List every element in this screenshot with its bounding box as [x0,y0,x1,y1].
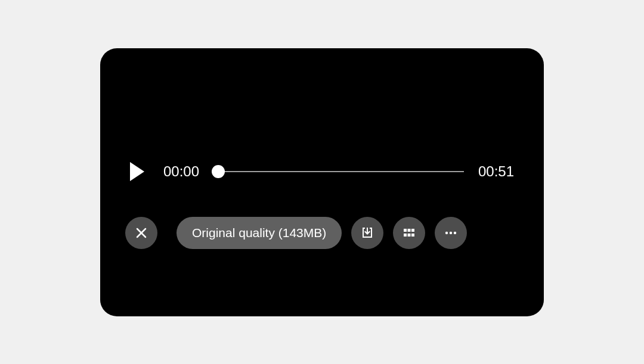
svg-rect-3 [408,229,411,232]
svg-point-8 [445,231,448,234]
svg-point-9 [450,231,452,234]
more-horizontal-icon [444,226,458,240]
quality-label: Original quality (143MB) [192,226,326,240]
grid-icon [402,226,416,240]
svg-point-10 [454,231,456,234]
grid-view-button[interactable] [393,217,425,249]
current-time-text: 00:00 [163,163,204,180]
download-button[interactable] [351,217,383,249]
progress-track [218,171,464,172]
play-icon [129,162,145,181]
duration-text: 00:51 [478,163,519,180]
video-player: 00:00 00:51 Original quality (143MB) [100,48,544,316]
progress-thumb[interactable] [212,165,225,178]
progress-slider[interactable] [218,166,464,178]
svg-rect-7 [411,234,414,237]
svg-rect-2 [404,229,407,232]
play-button[interactable] [125,160,149,183]
action-controls-row: Original quality (143MB) [125,217,519,249]
more-options-button[interactable] [435,217,467,249]
download-icon [360,226,374,240]
svg-rect-4 [411,229,414,232]
close-icon [134,226,148,240]
svg-rect-6 [408,234,411,237]
playback-controls-row: 00:00 00:51 [125,160,519,183]
quality-selector-button[interactable]: Original quality (143MB) [177,217,342,249]
svg-rect-5 [404,234,407,237]
close-button[interactable] [125,217,157,249]
